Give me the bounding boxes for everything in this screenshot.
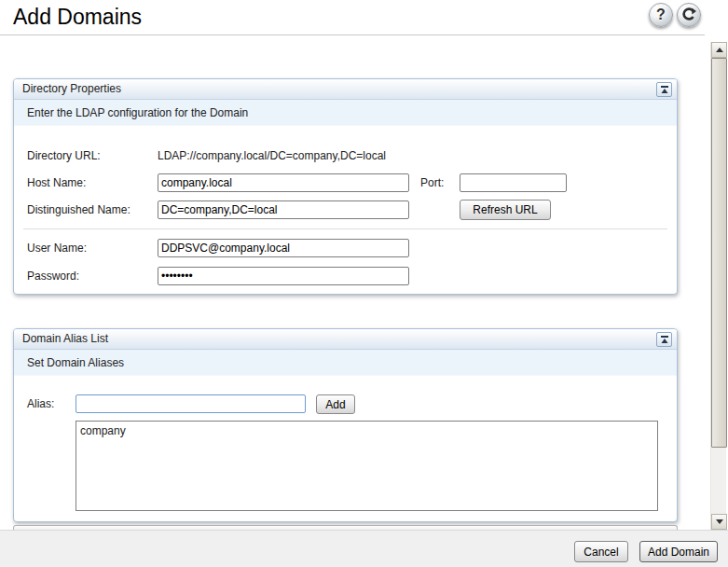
collapse-panel-icon	[660, 333, 669, 347]
credentials-divider	[23, 228, 667, 229]
domain-alias-list-title: Domain Alias List	[22, 332, 108, 345]
scrollbar-thumb[interactable]	[711, 58, 727, 448]
distinguished-name-row: Distinguished Name:	[14, 201, 677, 219]
add-alias-button[interactable]: Add	[316, 394, 355, 414]
alias-label: Alias:	[27, 397, 54, 410]
password-label: Password:	[27, 270, 79, 283]
directory-panel-subtitle: Enter the LDAP configuration for the Dom…	[14, 100, 677, 126]
directory-properties-title: Directory Properties	[22, 82, 121, 95]
alias-input[interactable]	[76, 394, 306, 413]
collapse-alias-panel-button[interactable]	[656, 332, 672, 347]
port-label: Port:	[420, 176, 444, 189]
help-icon: ?	[656, 7, 666, 22]
scrollbar-down-button[interactable]	[711, 514, 727, 530]
port-field[interactable]	[460, 173, 567, 192]
alias-panel-subtitle: Set Domain Aliases	[14, 350, 677, 376]
user-name-label: User Name:	[27, 242, 87, 255]
directory-url-value: LDAP://company.local/DC=company,DC=local	[158, 149, 386, 162]
title-divider	[0, 35, 705, 35]
alias-listbox[interactable]: company	[76, 421, 658, 511]
domain-alias-list-panel: Domain Alias List Set Domain Aliases Ali…	[13, 328, 678, 522]
distinguished-name-label: Distinguished Name:	[27, 203, 130, 216]
host-name-label: Host Name:	[27, 176, 86, 189]
domain-alias-list-header: Domain Alias List	[14, 329, 677, 350]
collapse-directory-panel-button[interactable]	[656, 82, 672, 97]
collapse-panel-icon	[660, 83, 669, 97]
directory-properties-header: Directory Properties	[14, 79, 677, 100]
arrow-up-icon	[716, 48, 723, 52]
cancel-button[interactable]: Cancel	[574, 541, 628, 562]
user-name-row: User Name:	[14, 239, 677, 257]
directory-properties-panel: Directory Properties Enter the LDAP conf…	[13, 78, 678, 295]
help-button[interactable]: ?	[649, 3, 673, 27]
page-title: Add Domains	[13, 5, 142, 30]
password-row: Password:	[14, 267, 677, 285]
footer-bar: Cancel Add Domain	[0, 530, 728, 567]
add-domain-button[interactable]: Add Domain	[639, 541, 718, 562]
refresh-button[interactable]	[677, 3, 701, 27]
add-domains-page: Add Domains ? Directory Properties	[0, 0, 728, 567]
password-field[interactable]	[158, 267, 409, 285]
directory-url-row: Directory URL: LDAP://company.local/DC=c…	[14, 146, 677, 165]
vertical-scrollbar[interactable]	[710, 42, 726, 530]
host-name-row: Host Name: Port:	[14, 173, 677, 192]
user-name-field[interactable]	[158, 239, 409, 257]
scrollbar-up-button[interactable]	[711, 42, 727, 58]
host-name-field[interactable]	[158, 173, 409, 192]
alias-list-item[interactable]: company	[76, 422, 657, 440]
directory-url-label: Directory URL:	[27, 149, 101, 162]
refresh-icon	[681, 7, 696, 24]
distinguished-name-field[interactable]	[158, 201, 409, 219]
refresh-url-button[interactable]: Refresh URL	[460, 200, 551, 220]
arrow-down-icon	[716, 519, 723, 524]
alias-row: Alias: Add	[14, 394, 677, 413]
